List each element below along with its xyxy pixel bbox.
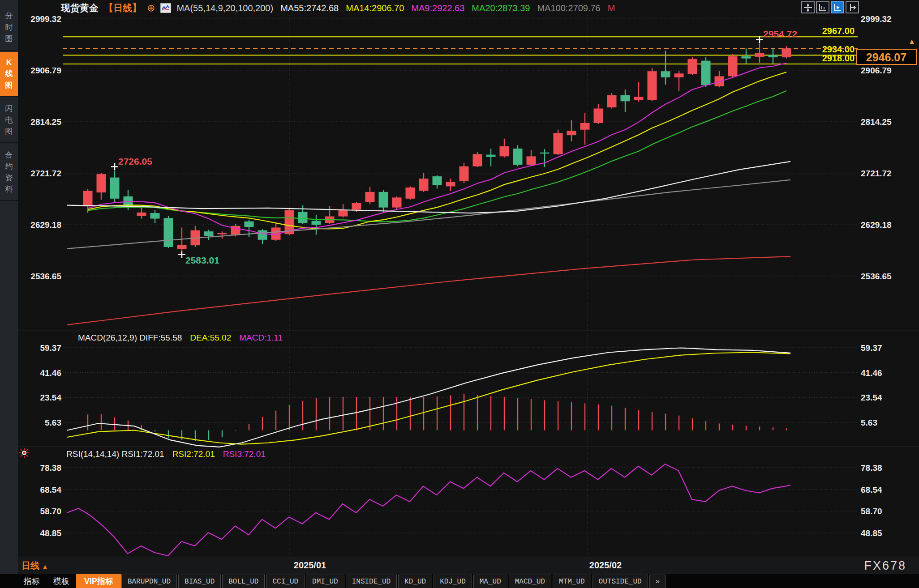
tab-VIP指标[interactable]: VIP指标 bbox=[76, 574, 121, 588]
svg-text:2814.25: 2814.25 bbox=[30, 117, 61, 127]
svg-text:2999.32: 2999.32 bbox=[30, 14, 61, 24]
svg-text:58.70: 58.70 bbox=[861, 507, 882, 516]
svg-text:2629.18: 2629.18 bbox=[861, 220, 892, 230]
ma-label: MA14:2906.70 bbox=[346, 3, 404, 13]
tab-模板[interactable]: 模板 bbox=[47, 574, 76, 588]
x-axis-row: 日线 ▲ 2025/012025/02 FX678 bbox=[0, 557, 919, 574]
svg-text:2999.32: 2999.32 bbox=[861, 14, 892, 24]
ma-label: M bbox=[608, 3, 615, 13]
live-alert-icon[interactable] bbox=[19, 447, 30, 460]
rsi-label: RSI2:72.01 bbox=[172, 449, 215, 459]
svg-text:68.54: 68.54 bbox=[40, 485, 61, 494]
tab-INSIDE_UD[interactable]: INSIDE_UD bbox=[346, 575, 397, 588]
svg-text:59.37: 59.37 bbox=[861, 343, 882, 353]
svg-text:59.37: 59.37 bbox=[40, 343, 61, 353]
rsi-label: RSI(14,14,14) RSI1:72.01 bbox=[66, 449, 164, 459]
chart-toolbar bbox=[801, 1, 859, 13]
annotation-label: 2954.72 bbox=[763, 29, 797, 39]
horizontal-levels[interactable]: 2967.002934.002918.00 bbox=[63, 26, 858, 64]
macd-panel bbox=[67, 348, 790, 447]
ma-label: MA9:2922.63 bbox=[411, 3, 464, 13]
svg-text:58.70: 58.70 bbox=[40, 507, 61, 516]
ma55-line bbox=[67, 162, 790, 213]
macd-label: DEA:55.02 bbox=[190, 333, 231, 343]
svg-text:5.63: 5.63 bbox=[861, 418, 877, 427]
macd-header: MACD(26,12,9) DIFF:55.58DEA:55.02MACD:1.… bbox=[78, 333, 283, 343]
tab-指标[interactable]: 指标 bbox=[17, 574, 47, 588]
main-chart-canvas[interactable]: 2999.322999.322906.792906.792814.252814.… bbox=[0, 0, 919, 588]
gridlines bbox=[18, 15, 919, 556]
sidebar-item-contract-info[interactable]: 合约资料 bbox=[0, 145, 18, 201]
svg-text:68.54: 68.54 bbox=[861, 485, 882, 494]
crosshair-tool-icon[interactable] bbox=[801, 1, 815, 13]
svg-text:78.38: 78.38 bbox=[861, 463, 882, 473]
tab-MA_UD[interactable]: MA_UD bbox=[473, 575, 507, 588]
rsi-line bbox=[67, 464, 790, 556]
axis-scale-tool-icon[interactable] bbox=[816, 1, 829, 13]
svg-text:2721.72: 2721.72 bbox=[30, 169, 61, 178]
sidebar: 分时图 K线图 闪电图 合约资料 bbox=[0, 0, 18, 588]
svg-text:2721.72: 2721.72 bbox=[861, 169, 892, 178]
ma200-line bbox=[67, 256, 790, 325]
level-label: 2934.00 bbox=[822, 44, 855, 54]
svg-text:23.54: 23.54 bbox=[40, 393, 61, 402]
circle-plus-icon[interactable]: ⊕ bbox=[147, 4, 155, 13]
indicator-tab-bar: 指标模板VIP指标BARUPDN_UDBIAS_UDBOLL_UDCCI_UDD… bbox=[0, 574, 919, 588]
sidebar-item-flash[interactable]: 闪电图 bbox=[0, 98, 18, 143]
chart-header: 现货黄金 【日线】 ⊕ MA(55,14,9,20,100,200)MA55:2… bbox=[61, 2, 615, 14]
dropdown-arrow-icon: ▲ bbox=[42, 563, 48, 570]
ma-label: MA100:2709.76 bbox=[537, 3, 600, 13]
mini-chart-icon[interactable] bbox=[160, 3, 171, 13]
period-dropdown[interactable]: 日线 ▲ bbox=[21, 560, 48, 572]
svg-text:2906.79: 2906.79 bbox=[861, 66, 892, 75]
ma9-line bbox=[88, 63, 786, 235]
svg-text:5.63: 5.63 bbox=[45, 418, 61, 427]
svg-text:41.46: 41.46 bbox=[861, 368, 882, 378]
annotation-label: 2583.01 bbox=[185, 255, 219, 265]
svg-text:41.46: 41.46 bbox=[40, 368, 61, 378]
ma-label: MA20:2873.39 bbox=[472, 3, 530, 13]
tab-»[interactable]: » bbox=[649, 575, 666, 588]
x-axis-label: 2025/02 bbox=[589, 560, 622, 571]
svg-text:2906.79: 2906.79 bbox=[30, 66, 61, 75]
level-label: 2967.00 bbox=[822, 26, 855, 36]
brand-watermark: FX678 bbox=[864, 559, 906, 573]
tab-DMI_UD[interactable]: DMI_UD bbox=[306, 575, 344, 588]
ma100-line bbox=[67, 180, 790, 249]
tab-CCI_UD[interactable]: CCI_UD bbox=[266, 575, 305, 588]
tab-BOLL_UD[interactable]: BOLL_UD bbox=[222, 575, 265, 588]
sidebar-item-timeline[interactable]: 分时图 bbox=[0, 5, 18, 51]
ma20-line bbox=[88, 91, 786, 222]
tab-MTM_UD[interactable]: MTM_UD bbox=[553, 575, 591, 588]
svg-text:48.85: 48.85 bbox=[861, 528, 882, 538]
candlestick-series bbox=[83, 43, 791, 250]
svg-text:2536.65: 2536.65 bbox=[30, 272, 61, 281]
annotation-label: 2726.05 bbox=[118, 156, 152, 166]
auto-scroll-tool-icon[interactable] bbox=[831, 1, 844, 13]
rsi-label: RSI3:72.01 bbox=[223, 449, 266, 459]
rsi-header: RSI(14,14,14) RSI1:72.01RSI2:72.01RSI3:7… bbox=[66, 449, 266, 459]
svg-text:2814.25: 2814.25 bbox=[861, 117, 892, 127]
tab-OUTSIDE_UD[interactable]: OUTSIDE_UD bbox=[593, 575, 648, 588]
svg-text:2629.18: 2629.18 bbox=[30, 220, 61, 230]
x-axis-label: 2025/01 bbox=[294, 560, 326, 571]
chart-app: 2999.322999.322906.792906.792814.252814.… bbox=[0, 0, 919, 588]
sidebar-item-kline[interactable]: K线图 bbox=[0, 52, 18, 97]
svg-text:78.38: 78.38 bbox=[40, 463, 61, 473]
svg-text:2536.65: 2536.65 bbox=[861, 272, 892, 281]
tab-MACD_UD[interactable]: MACD_UD bbox=[509, 575, 551, 588]
symbol-title: 现货黄金 bbox=[61, 2, 99, 14]
svg-text:23.54: 23.54 bbox=[861, 393, 882, 402]
macd-label: MACD:1.11 bbox=[239, 333, 283, 343]
svg-text:48.85: 48.85 bbox=[40, 528, 61, 538]
macd-label: MACD(26,12,9) DIFF:55.58 bbox=[78, 333, 182, 343]
tab-BARUPDN_UD[interactable]: BARUPDN_UD bbox=[121, 575, 177, 588]
tab-KDJ_UD[interactable]: KDJ_UD bbox=[434, 575, 472, 588]
ma-legend: MA(55,14,9,20,100,200)MA55:2742.68MA14:2… bbox=[176, 3, 615, 13]
ma-label: MA55:2742.68 bbox=[280, 3, 339, 13]
level-label: 2918.00 bbox=[822, 53, 855, 63]
tab-BIAS_UD[interactable]: BIAS_UD bbox=[178, 575, 221, 588]
shift-axis-tool-icon[interactable] bbox=[846, 1, 859, 13]
tab-KD_UD[interactable]: KD_UD bbox=[398, 575, 432, 588]
period-tag: 【日线】 bbox=[104, 2, 142, 14]
